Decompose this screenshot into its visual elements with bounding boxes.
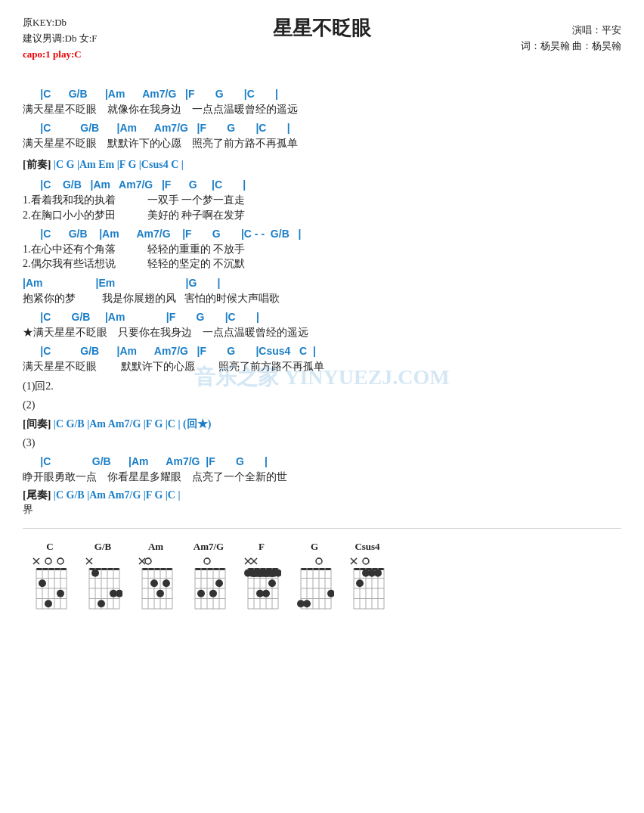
chord-grid-GB (83, 556, 122, 612)
section-am: |Am |Em |G | 抱紧你的梦 我是你展翅的风 害怕的时候大声唱歌 (23, 276, 621, 306)
section-divider (23, 528, 621, 529)
chord-name-F: F (259, 541, 265, 553)
meta-right: 演唱：平安 词：杨昊翰 曲：杨昊翰 (521, 23, 621, 54)
chord-chorus-1: |C G/B |Am |F G |C | (23, 310, 621, 325)
section-prelude: [前奏] |C G |Am Em |F G |Csus4 C | (23, 158, 621, 172)
chord-diagram-C: C (30, 541, 70, 612)
suggest-key: 建议男调:Db 女:F (23, 31, 98, 47)
chord-diagrams: C G/B Am Am7/G F (23, 541, 621, 612)
chord-diagram-Am: Am (136, 541, 175, 612)
page: 音乐之家 YINYUEZJ.COM 原KEY:Db 建议男调:Db 女:F ca… (0, 0, 644, 813)
performer: 演唱：平安 (521, 23, 621, 39)
chord-grid-G (295, 556, 334, 612)
chord-grid-Csus4 (348, 556, 387, 612)
section-verse: |C G/B |Am Am7/G |F G |C | 1.看着我和我的执着 一双… (23, 178, 621, 222)
main-content: |C G/B |Am Am7/G |F G |C | 满天星星不眨眼 就像你在我… (23, 87, 621, 612)
chord-name-Am: Am (148, 541, 163, 553)
meta-left: 原KEY:Db 建议男调:Db 女:F capo:1 play:C (23, 15, 98, 62)
chord-grid-C (30, 556, 70, 612)
lyric-am: 抱紧你的梦 我是你展翅的风 害怕的时候大声唱歌 (23, 291, 621, 306)
interlude-label: [间奏] |C G/B |Am Am7/G |F G |C | (回★) (23, 417, 621, 431)
chord-verse-1: |C G/B |Am Am7/G |F G |C | (23, 178, 621, 193)
lyric-verse-1b: 2.在胸口小小的梦田 美好的 种子啊在发芽 (23, 208, 621, 223)
capo-info: capo:1 play:C (23, 47, 98, 63)
section-interlude: [间奏] |C G/B |Am Am7/G |F G |C | (回★) (23, 417, 621, 431)
chord-grid-Am7G (189, 556, 228, 612)
section-verse-2: |C G/B |Am Am7/G |F G |C - - G/B | 1.在心中… (23, 227, 621, 272)
original-key: 原KEY:Db (23, 15, 98, 31)
chord-name-GB: G/B (94, 541, 111, 553)
section-chorus-2: |C G/B |Am Am7/G |F G |Csus4 C | 满天星星不眨眼… (23, 344, 621, 374)
repeat-2: (2) (23, 398, 621, 413)
chord-name-C: C (46, 541, 53, 553)
section-outro: [尾奏] |C G/B |Am Am7/G |F G |C | 界 (23, 489, 621, 517)
chord-verse-2: |C G/B |Am Am7/G |F G |C - - G/B | (23, 227, 621, 242)
chord-diagram-Am7G: Am7/G (189, 541, 228, 612)
lyric-verse-1a: 1.看着我和我的执着 一双手 一个梦一直走 (23, 193, 621, 208)
chord-name-Csus4: Csus4 (355, 541, 379, 553)
lyric-verse-2a: 1.在心中还有个角落 轻轻的重重的 不放手 (23, 242, 621, 257)
prelude-label: [前奏] |C G |Am Em |F G |Csus4 C | (23, 158, 621, 172)
lyric-verse-2b: 2.偶尔我有些话想说 轻轻的坚定的 不沉默 (23, 256, 621, 272)
section-intro-2: |C G/B |Am Am7/G |F G |C | 满天星星不眨眼 默默许下的… (23, 121, 621, 150)
repeat-3: (3) (23, 436, 621, 451)
chord-grid-Am (136, 556, 175, 612)
chord-am: |Am |Em |G | (23, 276, 621, 291)
lyric-line-intro-1: 满天星星不眨眼 就像你在我身边 一点点温暖曾经的遥远 (23, 102, 621, 117)
chord-name-G: G (311, 541, 318, 553)
chord-grid-F (242, 556, 281, 612)
repeat-3-text: (3) (23, 436, 621, 451)
lyric-chorus-2: 满天星星不眨眼 默默许下的心愿 照亮了前方路不再孤单 (23, 359, 621, 374)
section-intro-1: |C G/B |Am Am7/G |F G |C | 满天星星不眨眼 就像你在我… (23, 87, 621, 116)
outro-label: [尾奏] |C G/B |Am Am7/G |F G |C | (23, 489, 621, 502)
lyric-line-intro-2: 满天星星不眨眼 默默许下的心愿 照亮了前方路不再孤单 (23, 136, 621, 151)
chord-line-intro-1: |C G/B |Am Am7/G |F G |C | (23, 87, 621, 102)
chord-line-intro-2: |C G/B |Am Am7/G |F G |C | (23, 121, 621, 136)
chord-diagram-GB: G/B (83, 541, 122, 612)
chord-chorus-2: |C G/B |Am Am7/G |F G |Csus4 C | (23, 344, 621, 359)
section-bridge: |C G/B |Am Am7/G |F G | 睁开眼勇敢一点 你看星星多耀眼 … (23, 455, 621, 484)
chord-diagram-Csus4: Csus4 (348, 541, 387, 612)
chord-bridge: |C G/B |Am Am7/G |F G | (23, 455, 621, 470)
lyric-outro: 界 (23, 502, 621, 517)
repeat-2-text: (2) (23, 398, 621, 413)
repeat-1-text: (1)回2. (23, 379, 621, 394)
lyric-bridge: 睁开眼勇敢一点 你看星星多耀眼 点亮了一个全新的世 (23, 470, 621, 485)
section-chorus-1: |C G/B |Am |F G |C | ★满天星星不眨眼 只要你在我身边 一点… (23, 310, 621, 340)
chord-diagram-F: F (242, 541, 281, 612)
chord-name-Am7G: Am7/G (194, 541, 224, 553)
repeat-1: (1)回2. (23, 379, 621, 394)
credits: 词：杨昊翰 曲：杨昊翰 (521, 39, 621, 54)
lyric-chorus-1: ★满天星星不眨眼 只要你在我身边 一点点温暖曾经的遥远 (23, 325, 621, 340)
chord-diagram-G: G (295, 541, 334, 612)
